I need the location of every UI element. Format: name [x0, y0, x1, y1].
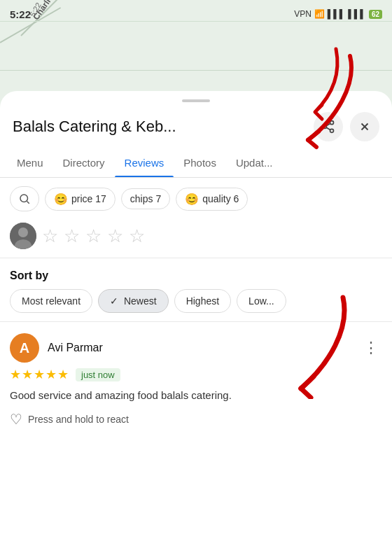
- tab-reviews[interactable]: Reviews: [115, 148, 174, 177]
- tab-menu[interactable]: Menu: [7, 148, 53, 177]
- review-text: Good service and amazing food balals cat…: [10, 388, 382, 402]
- star-3[interactable]: ☆: [85, 225, 102, 247]
- place-title: Balals Catering & Keb...: [13, 118, 307, 136]
- filter-chip-price[interactable]: 😊 price 17: [45, 188, 115, 211]
- review-star-4: ★: [46, 367, 57, 382]
- reviewer-info: A Avi Parmar: [10, 333, 103, 363]
- stars-row: ☆ ☆ ☆ ☆ ☆: [0, 220, 392, 258]
- filter-row: 😊 price 17 chips 7 😊 quality 6: [0, 178, 392, 220]
- review-stars: ★ ★ ★ ★ ★: [10, 367, 69, 382]
- user-avatar-small: [10, 223, 36, 249]
- svg-point-2: [330, 129, 334, 132]
- svg-point-7: [20, 195, 28, 202]
- price-label: price 17: [71, 193, 106, 204]
- status-time: 5:22: [10, 8, 31, 20]
- react-label: Press and hold to react: [28, 414, 129, 425]
- review-time-badge: just now: [76, 368, 120, 382]
- sort-highest[interactable]: Highest: [174, 289, 231, 313]
- star-4[interactable]: ☆: [107, 225, 123, 247]
- sheet-header: Balals Catering & Keb...: [0, 102, 392, 148]
- svg-line-4: [326, 123, 330, 125]
- filter-chip-quality[interactable]: 😊 quality 6: [176, 188, 248, 211]
- search-chip[interactable]: [10, 186, 39, 211]
- battery-indicator: 62: [369, 10, 382, 19]
- tab-updates[interactable]: Updat...: [226, 148, 283, 177]
- tab-directory[interactable]: Directory: [53, 148, 115, 177]
- reviewer-row: A Avi Parmar ⋮: [10, 333, 382, 363]
- tab-bar: Menu Directory Reviews Photos Updat...: [0, 148, 392, 178]
- review-star-3: ★: [34, 367, 45, 382]
- chips-label: chips 7: [130, 193, 161, 204]
- sort-chips: Most relevant ✓ Newest Highest Low...: [10, 289, 382, 313]
- signal-icon-2: ▌▌▌: [348, 9, 366, 19]
- check-icon: ✓: [110, 295, 121, 307]
- star-1[interactable]: ☆: [42, 225, 58, 247]
- svg-line-3: [326, 127, 330, 130]
- share-button[interactable]: [314, 112, 343, 141]
- star-5[interactable]: ☆: [129, 225, 145, 247]
- svg-point-1: [323, 125, 327, 129]
- sort-lowest[interactable]: Low...: [237, 289, 286, 313]
- filter-chip-chips[interactable]: chips 7: [121, 188, 170, 209]
- svg-point-10: [18, 227, 28, 237]
- heart-icon: ♡: [10, 411, 22, 428]
- svg-line-8: [27, 201, 29, 203]
- svg-point-0: [330, 121, 334, 125]
- sort-newest[interactable]: ✓ Newest: [98, 289, 169, 313]
- review-card: A Avi Parmar ⋮ ★ ★ ★ ★ ★ just now Good s…: [0, 322, 392, 439]
- quality-label: quality 6: [202, 193, 239, 204]
- close-button[interactable]: [350, 112, 379, 141]
- header-actions: [314, 112, 379, 141]
- reviewer-avatar: A: [10, 333, 39, 363]
- review-star-5: ★: [57, 367, 69, 382]
- sort-most-relevant[interactable]: Most relevant: [10, 289, 92, 313]
- wifi-icon: 📶: [314, 9, 325, 19]
- price-emoji: 😊: [54, 192, 68, 206]
- star-2[interactable]: ☆: [64, 225, 80, 247]
- reviewer-name: Avi Parmar: [48, 342, 103, 354]
- review-star-2: ★: [22, 367, 33, 382]
- signal-icon-1: ▌▌▌: [328, 9, 346, 19]
- review-meta: ★ ★ ★ ★ ★ just now: [10, 367, 382, 382]
- more-options-button[interactable]: ⋮: [360, 336, 382, 360]
- vpn-icon: VPN: [294, 9, 312, 19]
- sort-label: Sort by: [10, 270, 382, 282]
- tab-photos[interactable]: Photos: [174, 148, 226, 177]
- review-star-1: ★: [10, 367, 21, 382]
- status-bar: 5:22 VPN 📶 ▌▌▌ ▌▌▌ 62: [0, 0, 392, 28]
- sort-section: Sort by Most relevant ✓ Newest Highest L…: [0, 258, 392, 321]
- react-row[interactable]: ♡ Press and hold to react: [10, 411, 382, 428]
- bottom-sheet: Balals Catering & Keb... Menu Directory: [0, 91, 392, 560]
- status-icons: VPN 📶 ▌▌▌ ▌▌▌ 62: [294, 9, 382, 19]
- quality-emoji: 😊: [185, 192, 199, 206]
